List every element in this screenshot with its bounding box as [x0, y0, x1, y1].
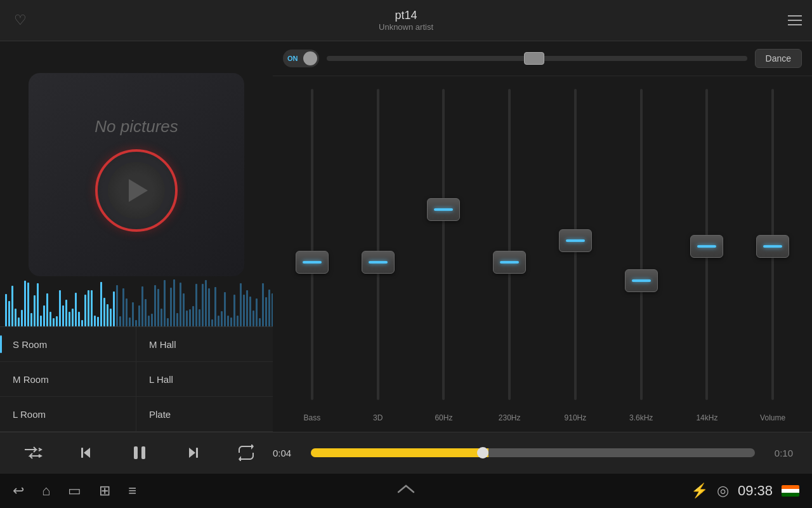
- eq-track-2[interactable]: [442, 89, 445, 400]
- eq-track-1[interactable]: [377, 89, 379, 400]
- eq-track-7[interactable]: [771, 89, 774, 400]
- toggle-knob: [303, 51, 317, 65]
- track-title: pt14: [379, 9, 433, 22]
- eq-track-6[interactable]: [705, 89, 708, 400]
- menu-button[interactable]: [782, 10, 802, 30]
- repeat-button[interactable]: [232, 439, 260, 467]
- progress-fill: [311, 448, 488, 457]
- pause-button[interactable]: [126, 439, 154, 467]
- eq-handle-2[interactable]: [427, 198, 460, 221]
- progress-area: 0:04 0:10: [232, 439, 793, 467]
- eq-label-0: Bass: [304, 413, 321, 422]
- eq-preset-button[interactable]: Dance: [755, 49, 802, 68]
- progress-bar[interactable]: [311, 448, 755, 457]
- eq-channel-bass: Bass: [311, 89, 313, 400]
- eq-on-toggle[interactable]: ON: [283, 50, 319, 67]
- preset-l-room[interactable]: L Room: [0, 397, 136, 432]
- system-bar: ↩ ⌂ ▭ ⊞ ≡ ⚡ ◎ 09:38: [0, 473, 812, 508]
- eq-sliders: Bass3D60Hz230Hz910Hz3.6kHz14kHzVolume: [273, 76, 812, 432]
- eq-handle-5[interactable]: [625, 269, 658, 292]
- eq-channel-910hz: 910Hz: [574, 89, 577, 400]
- left-panel: No pictures S Room M Hall M Room L Hall …: [0, 41, 273, 432]
- play-inner: [108, 162, 165, 219]
- playback-buttons: [19, 439, 207, 467]
- screenshot-button[interactable]: ⊞: [99, 483, 110, 499]
- play-triangle-icon: [129, 179, 148, 202]
- eq-label-5: 3.6kHz: [629, 413, 653, 422]
- track-artist: Unknown artist: [379, 22, 433, 32]
- eq-handle-3[interactable]: [493, 251, 526, 274]
- recents-button[interactable]: ▭: [68, 483, 81, 499]
- eq-handle-7[interactable]: [756, 235, 789, 258]
- preset-s-room[interactable]: S Room: [0, 327, 136, 362]
- album-art-card: No pictures: [29, 73, 244, 276]
- menu-sys-button[interactable]: ≡: [128, 483, 136, 499]
- system-clock: 09:38: [738, 483, 773, 499]
- shuffle-button[interactable]: [19, 439, 47, 467]
- bottom-controls: 0:04 0:10: [0, 432, 812, 473]
- svg-rect-0: [81, 448, 83, 458]
- svg-rect-3: [196, 448, 198, 458]
- eq-channel-230hz: 230Hz: [508, 89, 511, 400]
- location-icon: ◎: [717, 483, 729, 499]
- favorite-button[interactable]: ♡: [10, 10, 30, 30]
- no-pictures-label: No pictures: [95, 117, 178, 137]
- sys-status: ⚡ ◎ 09:38: [691, 483, 799, 499]
- home-button[interactable]: ⌂: [42, 483, 50, 499]
- eq-master-slider[interactable]: [327, 56, 747, 61]
- eq-track-5[interactable]: [640, 89, 643, 400]
- eq-track-4[interactable]: [574, 89, 577, 400]
- eq-handle-6[interactable]: [690, 235, 723, 258]
- eq-handle-1[interactable]: [362, 251, 395, 274]
- eq-label-1: 3D: [373, 413, 383, 422]
- eq-track-3[interactable]: [508, 89, 511, 400]
- total-time: 0:10: [768, 448, 793, 458]
- eq-channel-volume: Volume: [771, 89, 774, 400]
- prev-button[interactable]: [72, 439, 100, 467]
- eq-panel: ON Dance Bass3D60Hz230Hz910Hz3.6kHz14kHz…: [273, 41, 812, 432]
- progress-thumb: [477, 447, 488, 458]
- sys-chevron: [396, 483, 416, 498]
- preset-l-hall[interactable]: L Hall: [136, 362, 273, 397]
- usb-icon: ⚡: [691, 483, 708, 499]
- eq-label-3: 230Hz: [499, 413, 521, 422]
- current-time: 0:04: [273, 448, 298, 458]
- play-ring[interactable]: [95, 149, 178, 232]
- eq-channel-14khz: 14kHz: [705, 89, 708, 400]
- eq-label-6: 14kHz: [696, 413, 717, 422]
- presets-grid: S Room M Hall M Room L Hall L Room Plate: [0, 326, 273, 432]
- eq-channel-3.6khz: 3.6kHz: [640, 89, 643, 400]
- eq-channel-60hz: 60Hz: [442, 89, 445, 400]
- waveform: [0, 276, 273, 326]
- track-info: pt14 Unknown artist: [379, 9, 433, 32]
- eq-master-thumb: [524, 52, 544, 65]
- preset-m-room[interactable]: M Room: [0, 362, 136, 397]
- sys-nav: ↩ ⌂ ▭ ⊞ ≡: [13, 483, 136, 499]
- flag-icon: [782, 485, 799, 497]
- preset-m-hall[interactable]: M Hall: [136, 327, 273, 362]
- back-button[interactable]: ↩: [13, 483, 24, 499]
- svg-rect-1: [134, 446, 138, 459]
- eq-label-7: Volume: [760, 413, 785, 422]
- next-button[interactable]: [179, 439, 207, 467]
- eq-channel-3d: 3D: [377, 89, 379, 400]
- eq-label-2: 60Hz: [435, 413, 452, 422]
- eq-top-bar: ON Dance: [273, 41, 812, 76]
- eq-handle-4[interactable]: [559, 229, 592, 252]
- eq-on-label: ON: [285, 55, 301, 62]
- preset-plate[interactable]: Plate: [136, 397, 273, 432]
- top-bar: ♡ pt14 Unknown artist: [0, 0, 812, 41]
- eq-label-4: 910Hz: [565, 413, 587, 422]
- eq-handle-0[interactable]: [296, 251, 329, 274]
- svg-rect-2: [141, 446, 145, 459]
- eq-track-0[interactable]: [311, 89, 313, 400]
- album-art: No pictures: [0, 41, 273, 326]
